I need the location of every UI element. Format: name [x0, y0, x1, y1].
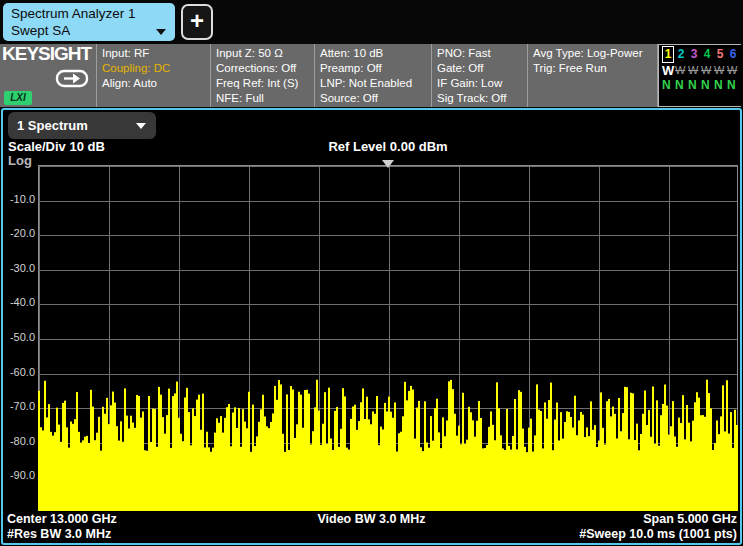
trace-6-detector: N [727, 78, 740, 93]
span-readout[interactable]: Span 5.000 GHz [643, 512, 737, 526]
measurement-selector[interactable]: 1 Spectrum [8, 112, 156, 139]
trace-5-number[interactable]: 5 [714, 47, 726, 62]
center-frequency-marker-icon [382, 160, 394, 168]
measurement-selector-label: 1 Spectrum [17, 118, 88, 133]
status-sig-track: Sig Track: Off [437, 91, 527, 106]
status-col-impedance[interactable]: Input Z: 50 Ω Corrections: Off Freq Ref:… [211, 44, 315, 107]
status-atten: Atten: 10 dB [320, 46, 431, 61]
y-tick: -90.0 [3, 469, 35, 481]
keysight-logo: KEYSIGHT [2, 46, 96, 61]
status-preamp: Preamp: Off [320, 61, 431, 76]
instrument-screen: Spectrum Analyzer 1 Swept SA + KEYSIGHT … [0, 0, 743, 546]
res-bw-readout[interactable]: #Res BW 3.0 MHz [7, 527, 111, 541]
amplitude-mode-label: Log [8, 153, 32, 168]
status-input: Input: RF [102, 46, 210, 61]
trace-1-type: W [662, 63, 675, 78]
footer-row-1: Center 13.000 GHz Video BW 3.0 MHz Span … [3, 512, 740, 527]
ref-level-label[interactable]: Ref Level 0.00 dBm [3, 139, 743, 154]
status-corrections: Corrections: Off [216, 61, 314, 76]
footer-row-2: #Res BW 3.0 MHz #Sweep 10.0 ms (1001 pts… [3, 527, 740, 542]
sweep-readout[interactable]: #Sweep 10.0 ms (1001 pts) [579, 527, 737, 541]
trace-5-type: W [714, 63, 727, 78]
trace-4-number[interactable]: 4 [701, 47, 713, 62]
status-align: Align: Auto [102, 76, 210, 91]
y-tick: -50.0 [3, 331, 35, 343]
status-gate: Gate: Off [437, 61, 527, 76]
trace-5-detector: N [714, 78, 727, 93]
trace-4-type: W [701, 63, 714, 78]
trace-detector-row: N N N N N N [662, 78, 741, 93]
trace-type-row: W W W W W W [662, 63, 741, 78]
status-coupling: Coupling: DC [102, 61, 210, 76]
status-source: Source: Off [320, 91, 431, 106]
lxi-badge: LXI [4, 91, 32, 105]
y-tick: -30.0 [3, 262, 35, 274]
y-tick: -40.0 [3, 296, 35, 308]
status-col-avg[interactable]: Avg Type: Log-Power Trig: Free Run [528, 44, 658, 107]
status-lnp: LNP: Not Enabled [320, 76, 431, 91]
trace-3-type: W [688, 63, 701, 78]
trace-number-row: 1 2 3 4 5 6 [662, 46, 741, 63]
trace-2-number[interactable]: 2 [675, 47, 687, 62]
trace-6-number[interactable]: 6 [727, 47, 739, 62]
status-pno: PNO: Fast [437, 46, 527, 61]
tab-title-line1: Spectrum Analyzer 1 [11, 5, 167, 22]
trace-1-number[interactable]: 1 [662, 46, 674, 63]
status-panel: KEYSIGHT LXI Input: RF Coupling: DC Alig… [0, 44, 741, 107]
tab-dropdown-caret-icon [156, 29, 166, 35]
add-tab-button[interactable]: + [181, 4, 213, 40]
y-tick: -80.0 [3, 435, 35, 447]
y-tick: -60.0 [3, 366, 35, 378]
status-nfe: NFE: Full [216, 91, 314, 106]
scale-per-div-label[interactable]: Scale/Div 10 dB [8, 139, 105, 154]
status-if-gain: IF Gain: Low [437, 76, 527, 91]
status-col-pno[interactable]: PNO: Fast Gate: Off IF Gain: Low Sig Tra… [432, 44, 528, 107]
y-tick: -20.0 [3, 227, 35, 239]
status-col-input[interactable]: Input: RF Coupling: DC Align: Auto [97, 44, 211, 107]
status-col-atten[interactable]: Atten: 10 dB Preamp: Off LNP: Not Enable… [315, 44, 432, 107]
y-tick: -10.0 [3, 193, 35, 205]
tab-spectrum-analyzer[interactable]: Spectrum Analyzer 1 Swept SA [3, 3, 175, 41]
status-avg-type: Avg Type: Log-Power [533, 46, 657, 61]
status-input-z: Input Z: 50 Ω [216, 46, 314, 61]
trace-3-number[interactable]: 3 [688, 47, 700, 62]
trace-2-detector: N [675, 78, 688, 93]
trace-legend[interactable]: 1 2 3 4 5 6 W W W W W W N N N N N N [658, 44, 741, 107]
measurement-dropdown-caret-icon [136, 123, 146, 129]
message-bubble-icon[interactable] [55, 69, 89, 95]
trace-6-type: W [727, 63, 740, 78]
center-frequency-readout[interactable]: Center 13.000 GHz [7, 512, 117, 526]
status-trig: Trig: Free Run [533, 61, 657, 76]
tab-title-line2: Swept SA [11, 22, 167, 39]
y-tick: -70.0 [3, 400, 35, 412]
trace-4-detector: N [701, 78, 714, 93]
status-freq-ref: Freq Ref: Int (S) [216, 76, 314, 91]
spectrum-trace-canvas [38, 165, 738, 511]
trace-3-detector: N [688, 78, 701, 93]
trace-1-detector: N [662, 78, 675, 93]
trace-2-type: W [675, 63, 688, 78]
brand-cell: KEYSIGHT LXI [0, 44, 97, 107]
tab-bar: Spectrum Analyzer 1 Swept SA + [0, 0, 743, 44]
measurement-display: 1 Spectrum Scale/Div 10 dB Ref Level 0.0… [1, 108, 742, 545]
